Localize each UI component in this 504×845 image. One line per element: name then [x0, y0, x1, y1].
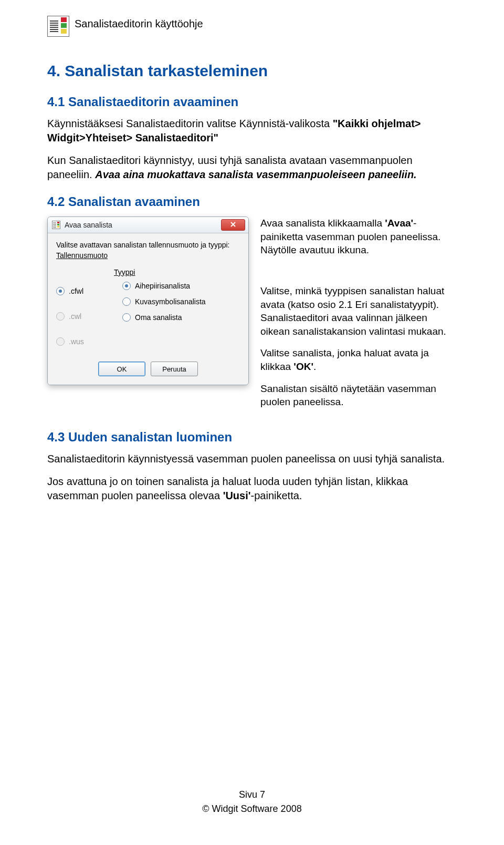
radio-label: Oma sanalista — [135, 313, 182, 322]
radio-label: .wus — [69, 337, 84, 346]
titlebar: Avaa sanalista — [48, 217, 248, 233]
open-wordlist-dialog: Avaa sanalista Valitse avattavan sanalis… — [47, 217, 249, 385]
radio-own-list[interactable]: Oma sanalista — [122, 313, 240, 322]
section-4-2-para-2: Valitse, minkä tyyppisen sanalistan halu… — [260, 284, 457, 338]
svg-rect-3 — [57, 226, 59, 228]
section-4-1-para-2: Kun Sanalistaeditori käynnistyy, uusi ty… — [47, 153, 457, 182]
section-4-1-title: 4.1 Sanalistaeditorin avaaminen — [47, 95, 457, 109]
text: -painiketta. — [251, 490, 302, 501]
cancel-button[interactable]: Peruuta — [151, 362, 198, 376]
text-emph: Avaa aina muokattava sanalista vasemmanp… — [95, 169, 417, 180]
button-label: OK — [117, 365, 127, 373]
radio-topic-list[interactable]: Aihepiirisanalista — [122, 282, 240, 290]
radio-icon — [56, 287, 65, 295]
section-4-3-para-2: Jos avattuna jo on toinen sanalista ja h… — [47, 475, 457, 503]
text-bold: 'Uusi' — [223, 490, 251, 501]
radio-cfwl[interactable]: .cfwl — [56, 287, 98, 295]
radio-label: Kuvasymbolisanalista — [135, 297, 206, 306]
radio-icon — [122, 313, 131, 322]
text: Käynnistääksesi Sanalistaeditorin valits… — [47, 118, 333, 129]
close-icon — [230, 221, 236, 229]
section-4-1-para-1: Käynnistääksesi Sanalistaeditorin valits… — [47, 117, 457, 145]
text-bold: 'Avaa' — [385, 218, 413, 229]
radio-icon — [122, 282, 131, 290]
radio-label: .cwl — [69, 312, 81, 321]
close-button[interactable] — [221, 219, 245, 231]
wordlist-editor-icon — [47, 16, 68, 36]
svg-rect-2 — [57, 224, 59, 225]
radio-symbol-list[interactable]: Kuvasymbolisanalista — [122, 297, 240, 306]
text-bold: 'OK' — [293, 361, 313, 372]
radio-icon — [56, 337, 65, 346]
copyright: © Widgit Software 2008 — [0, 802, 504, 816]
section-4-2-title: 4.2 Sanalistan avaaminen — [47, 194, 457, 209]
radio-label: .cfwl — [69, 287, 83, 295]
format-group-label: Tallennusmuoto — [56, 251, 240, 260]
radio-cwl[interactable]: .cwl — [56, 312, 98, 321]
ok-button[interactable]: OK — [98, 362, 145, 376]
section-4-3-title: 4.3 Uuden sanalistan luominen — [47, 430, 457, 445]
text: . — [313, 361, 316, 372]
type-group-label: Tyyppi — [114, 268, 240, 276]
dialog-title: Avaa sanalista — [65, 221, 217, 229]
page-number: Sivu 7 — [0, 788, 504, 802]
radio-wus[interactable]: .wus — [56, 337, 98, 346]
section-4-2-para-4: Sanalistan sisältö näytetään vasemman pu… — [260, 382, 457, 409]
button-label: Peruuta — [162, 365, 186, 373]
header: Sanalistaeditorin käyttöohje — [47, 16, 457, 36]
section-4-2-para-3: Valitse sanalista, jonka haluat avata ja… — [260, 346, 457, 373]
type-options-group: Tyyppi Aihepiirisanalista Kuvasymbolisan… — [114, 268, 240, 346]
svg-rect-1 — [57, 222, 59, 223]
header-title: Sanalistaeditorin käyttöohje — [75, 16, 203, 30]
text: Valitse sanalista, jonka haluat avata ja… — [260, 347, 429, 372]
section-4-3-para-1: Sanalistaeditorin käynnistyessä vasemman… — [47, 452, 457, 466]
dialog-prompt: Valitse avattavan sanalistan tallennusmu… — [56, 241, 240, 249]
radio-icon — [122, 297, 131, 306]
radio-icon — [56, 312, 65, 321]
radio-label: Aihepiirisanalista — [135, 282, 190, 290]
section-4-2-para-1: Avaa sanalista klikkaamalla 'Avaa'-paini… — [260, 217, 457, 257]
dialog-app-icon — [52, 221, 60, 229]
text: Avaa sanalista klikkaamalla — [260, 218, 385, 229]
footer: Sivu 7 © Widgit Software 2008 — [0, 788, 504, 816]
format-options: .cfwl .cwl .wus — [56, 268, 98, 346]
section-4-title: 4. Sanalistan tarkasteleminen — [47, 62, 457, 80]
